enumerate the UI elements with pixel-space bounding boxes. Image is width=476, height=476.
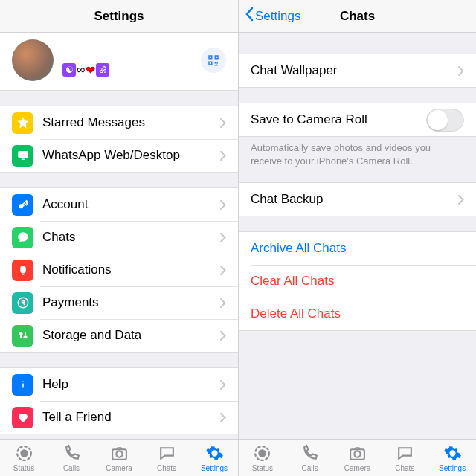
tab-label: Chats (157, 464, 176, 472)
chevron-right-icon (220, 298, 226, 308)
page-title: Settings (94, 9, 144, 24)
row-tell-a-friend[interactable]: Tell a Friend (0, 401, 238, 434)
chat-bubble-icon (12, 227, 33, 248)
row-payments[interactable]: Payments (0, 286, 238, 319)
settings-scroll: ☯ ∞ ❤ ॐ Starred Messages WhatsApp Web/De… (0, 33, 238, 439)
tab-chats[interactable]: Chats (381, 440, 428, 476)
tab-camera[interactable]: Camera (95, 440, 143, 476)
row-help[interactable]: Help (0, 368, 238, 401)
label: WhatsApp Web/Desktop (42, 148, 220, 163)
label: Clear All Chats (251, 274, 464, 289)
row-save-camera-roll[interactable]: Save to Camera Roll (239, 103, 476, 136)
tab-label: Status (13, 464, 34, 472)
gear-icon (443, 444, 462, 463)
chevron-right-icon (220, 200, 226, 210)
tab-calls[interactable]: Calls (286, 440, 334, 476)
desktop-icon (12, 145, 33, 167)
group-backup: Chat Backup (239, 182, 476, 216)
row-account[interactable]: Account (0, 188, 238, 221)
group-save-camera-roll: Save to Camera Roll (239, 103, 476, 137)
chevron-right-icon (220, 151, 226, 161)
svg-rect-6 (22, 382, 24, 383)
row-chat-wallpaper[interactable]: Chat Wallpaper (239, 54, 476, 87)
header: Settings (0, 0, 238, 33)
profile-row[interactable]: ☯ ∞ ❤ ॐ (0, 33, 238, 91)
chevron-right-icon (220, 118, 226, 128)
avatar (12, 39, 54, 81)
row-storage-data[interactable]: Storage and Data (0, 319, 238, 352)
label: Tell a Friend (42, 410, 220, 425)
row-whatsapp-web[interactable]: WhatsApp Web/Desktop (0, 139, 238, 172)
label: Payments (42, 295, 220, 310)
tab-settings[interactable]: Settings (190, 440, 238, 476)
label: Notifications (42, 263, 220, 277)
tab-label: Calls (302, 464, 318, 472)
tab-label: Calls (63, 464, 80, 472)
data-arrows-icon (12, 325, 33, 347)
tab-chats[interactable]: Chats (143, 440, 190, 476)
chevron-left-icon (245, 7, 254, 25)
chevron-right-icon (458, 66, 464, 76)
label: Help (42, 377, 220, 392)
key-icon (12, 194, 33, 216)
row-archive-all-chats[interactable]: Archive All Chats (239, 232, 476, 265)
heart-icon (12, 407, 33, 428)
tab-label: Status (252, 464, 273, 472)
toggle-save-camera-roll[interactable] (426, 109, 464, 132)
rupee-icon (12, 292, 33, 314)
chevron-right-icon (220, 266, 226, 275)
page-title: Chats (340, 9, 375, 24)
label: Archive All Chats (251, 241, 464, 256)
tab-status[interactable]: Status (239, 440, 286, 476)
row-chats[interactable]: Chats (0, 221, 238, 254)
tab-camera[interactable]: Camera (334, 440, 382, 476)
row-notifications[interactable]: Notifications (0, 254, 238, 286)
svg-rect-0 (18, 151, 28, 158)
tab-status[interactable]: Status (0, 440, 48, 476)
group-wallpaper: Chat Wallpaper (239, 54, 476, 88)
status-icon (253, 444, 271, 463)
chats-pane: Settings Chats Chat Wallpaper Save to Ca… (238, 0, 476, 476)
label: Storage and Data (42, 328, 220, 343)
group-chat-actions: Archive All Chats Clear All Chats Delete… (239, 231, 476, 331)
group-main-settings: Account Chats Notifications Payments Sto (0, 187, 238, 353)
star-icon (12, 112, 33, 134)
row-starred-messages[interactable]: Starred Messages (0, 106, 238, 139)
tab-calls[interactable]: Calls (48, 440, 95, 476)
phone-icon (62, 444, 81, 463)
profile-status: ☯ ∞ ❤ ॐ (62, 63, 109, 77)
tab-label: Chats (395, 464, 414, 472)
status-icon (15, 444, 33, 463)
chevron-right-icon (220, 413, 226, 422)
camera-icon (348, 444, 367, 463)
row-chat-backup[interactable]: Chat Backup (239, 183, 476, 216)
label: Starred Messages (42, 115, 220, 130)
chevron-right-icon (220, 380, 226, 390)
qr-code-button[interactable] (201, 48, 226, 73)
tabbar: Status Calls Camera Chats Settings (0, 439, 238, 476)
tab-settings[interactable]: Settings (428, 440, 476, 476)
chats-scroll: Chat Wallpaper Save to Camera Roll Autom… (239, 33, 476, 439)
tab-label: Settings (439, 464, 466, 472)
back-label: Settings (255, 9, 300, 24)
svg-rect-4 (22, 274, 24, 275)
label: Account (42, 197, 220, 212)
emoji-infinity-icon: ∞ (77, 63, 85, 77)
label: Chats (42, 230, 220, 245)
tabbar: Status Calls Camera Chats Settings (239, 439, 476, 476)
header: Settings Chats (239, 0, 476, 33)
profile-text: ☯ ∞ ❤ ॐ (62, 44, 109, 77)
phone-icon (300, 444, 319, 463)
gear-icon (205, 444, 224, 463)
label: Chat Wallpaper (251, 63, 458, 78)
tab-label: Settings (201, 464, 228, 472)
row-delete-all-chats[interactable]: Delete All Chats (239, 298, 476, 330)
chevron-right-icon (458, 195, 464, 205)
camera-icon (110, 444, 129, 463)
back-button[interactable]: Settings (245, 7, 300, 25)
bell-icon (12, 260, 33, 281)
svg-point-15 (354, 451, 360, 457)
group-starred-web: Starred Messages WhatsApp Web/Desktop (0, 106, 238, 173)
row-clear-all-chats[interactable]: Clear All Chats (239, 265, 476, 298)
info-icon (12, 374, 33, 396)
